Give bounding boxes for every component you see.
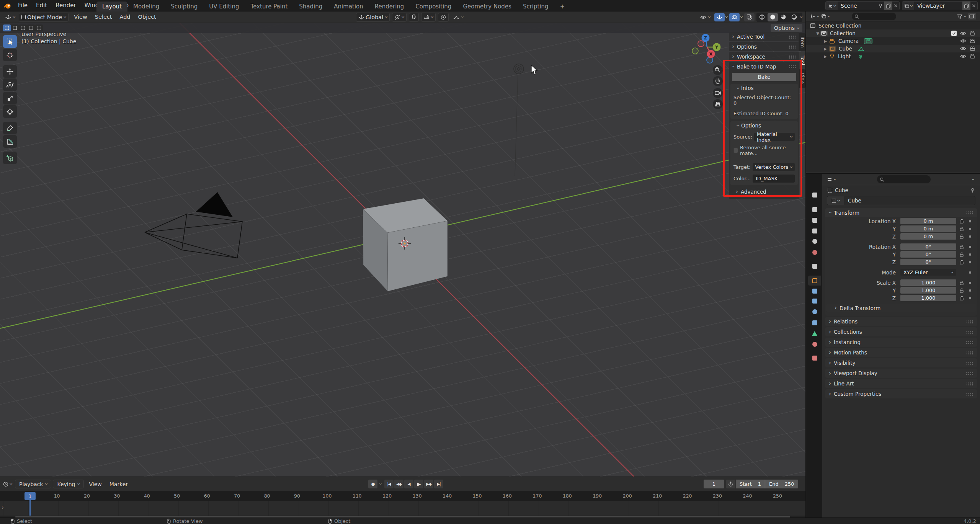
properties-tab-constraints[interactable] xyxy=(808,318,821,328)
auto-keying-record-button[interactable]: ● xyxy=(368,480,377,488)
panel-grip[interactable] xyxy=(966,351,973,354)
infos-header[interactable]: › Infos xyxy=(730,84,798,92)
sidebar-tab-view[interactable]: View xyxy=(799,69,805,88)
lock-icon[interactable] xyxy=(956,219,967,224)
close-icon[interactable] xyxy=(970,4,977,8)
object-id-dropdown[interactable]: › xyxy=(827,196,844,205)
properties-tab-modifiers[interactable] xyxy=(808,286,821,296)
menu-edit[interactable]: Edit xyxy=(32,0,51,11)
menu-file[interactable]: File xyxy=(14,0,32,11)
workspace-tab-texture-paint[interactable]: Texture Paint xyxy=(245,2,294,11)
outliner-row-scene-collection[interactable]: Scene Collection xyxy=(806,22,980,29)
new-collection-button[interactable] xyxy=(968,13,976,20)
panel-relations[interactable]: ›Relations xyxy=(825,317,977,326)
lock-icon[interactable] xyxy=(956,280,967,286)
hide-eye-icon[interactable] xyxy=(960,54,966,58)
lock-icon[interactable] xyxy=(956,234,967,239)
viewlayer-selector[interactable]: › ViewLayer xyxy=(902,1,978,10)
chevron-down-icon[interactable]: › xyxy=(724,16,729,18)
timeline-ruler[interactable]: 1020304050607080901001101201301401501601… xyxy=(0,491,805,501)
playback-menu[interactable]: Playback› xyxy=(15,480,51,488)
select-mode-invert[interactable] xyxy=(27,24,35,31)
panel-grip[interactable] xyxy=(966,341,973,344)
delta-transform-header[interactable]: › Delta Transform xyxy=(826,304,976,312)
play-reverse-button[interactable]: ◀ xyxy=(404,480,413,488)
object-name-field[interactable]: › Cube xyxy=(827,196,975,205)
workspace-tab-layout[interactable]: Layout xyxy=(96,2,127,11)
3d-viewport[interactable]: Z Y X › Object Mode › ViewSe xyxy=(0,11,805,477)
panel-collections[interactable]: ›Collections xyxy=(825,327,977,336)
value-field[interactable]: 0 m xyxy=(900,218,956,225)
properties-tab-particles[interactable] xyxy=(808,296,821,306)
disclosure-closed-icon[interactable]: ▶ xyxy=(823,47,828,51)
lock-icon[interactable] xyxy=(956,252,967,257)
outliner-row-light[interactable]: ▶ Light xyxy=(806,52,980,60)
panel-line-art[interactable]: ›Line Art xyxy=(825,379,977,388)
panel-grip[interactable] xyxy=(789,45,796,49)
options-header[interactable]: › Options xyxy=(730,121,798,130)
panel-grip[interactable] xyxy=(966,320,973,323)
chevron-down-icon[interactable]: › xyxy=(798,16,804,18)
keying-menu[interactable]: Keying› xyxy=(53,480,83,488)
value-field[interactable]: 0 m xyxy=(900,225,956,232)
gizmo-negative-y[interactable] xyxy=(692,48,698,54)
properties-tab-output[interactable] xyxy=(808,215,821,225)
navigation-gizmo[interactable]: Z Y X xyxy=(692,34,721,64)
pan-button[interactable] xyxy=(713,76,723,86)
falloff-dropdown[interactable]: › xyxy=(451,13,466,21)
properties-tab-material[interactable] xyxy=(808,339,821,349)
properties-search-input[interactable] xyxy=(877,175,931,183)
current-frame-field[interactable]: 1 xyxy=(704,480,724,488)
hide-eye-icon[interactable] xyxy=(960,47,966,51)
transform-panel-header[interactable]: › Transform xyxy=(825,208,977,217)
next-keyframe-button[interactable]: ▶◆ xyxy=(424,480,433,488)
blender-logo-icon[interactable] xyxy=(4,2,11,10)
workspace-tab-uv-editing[interactable]: UV Editing xyxy=(203,2,245,11)
outliner-row-collection[interactable]: ▼ Collection xyxy=(806,29,980,37)
workspace-tab-shading[interactable]: Shading xyxy=(293,2,328,11)
properties-tab-world[interactable] xyxy=(808,247,821,257)
menu-render[interactable]: Render xyxy=(51,0,80,11)
render-camera-icon[interactable] xyxy=(970,54,975,59)
panel-viewport-display[interactable]: ›Viewport Display xyxy=(825,369,977,378)
outliner-filter-dropdown[interactable]: › xyxy=(957,13,966,19)
hide-eye-icon[interactable] xyxy=(960,31,966,35)
target-dropdown[interactable]: Vertex Colors › xyxy=(753,163,795,171)
panel-grip[interactable] xyxy=(966,330,973,334)
jump-to-start-button[interactable]: |◀ xyxy=(384,480,394,488)
gizmo-negative-x[interactable] xyxy=(698,41,704,47)
snap-toggle[interactable] xyxy=(409,13,419,22)
source-dropdown[interactable]: Material Index › xyxy=(754,133,795,141)
breadcrumb-object-name[interactable]: Cube xyxy=(835,187,848,193)
animate-dot[interactable] xyxy=(967,261,973,263)
tool-measure[interactable] xyxy=(3,135,17,148)
panel-grip[interactable] xyxy=(789,55,796,59)
snap-settings-dropdown[interactable]: › xyxy=(421,13,436,22)
tool-select-box[interactable] xyxy=(3,35,17,48)
workspace-tab-scripting[interactable]: Scripting xyxy=(517,2,554,11)
use-preview-range-button[interactable] xyxy=(726,482,735,486)
cube-object[interactable] xyxy=(363,198,448,291)
properties-tab-tool[interactable] xyxy=(808,190,821,200)
workspace-tab-rendering[interactable]: Rendering xyxy=(369,2,410,11)
properties-tab-texture[interactable] xyxy=(808,353,821,363)
panel-grip[interactable] xyxy=(789,65,796,68)
value-field[interactable]: 0° xyxy=(900,243,956,250)
previous-keyframe-button[interactable]: ◀◆ xyxy=(394,480,403,488)
outliner-row-cube[interactable]: ▶ Cube xyxy=(806,45,980,52)
outliner-row-camera[interactable]: ▶ Camera xyxy=(806,37,980,45)
animate-dot[interactable] xyxy=(967,220,973,222)
bake-button[interactable]: Bake xyxy=(732,73,796,81)
end-frame-field[interactable]: End250 xyxy=(765,480,798,488)
properties-tab-physics[interactable] xyxy=(808,307,821,317)
panel-grip[interactable] xyxy=(966,382,973,385)
collection-label[interactable]: Collection xyxy=(830,30,856,36)
outliner-search-input[interactable] xyxy=(852,13,896,20)
tool-scale[interactable] xyxy=(3,92,17,104)
pin-icon[interactable] xyxy=(970,188,975,193)
select-mode-extend[interactable] xyxy=(11,24,19,31)
new-scene-button[interactable] xyxy=(884,2,892,10)
select-mode-intersect[interactable] xyxy=(35,24,43,31)
collection-checkbox[interactable] xyxy=(951,31,957,36)
shading-wireframe-button[interactable] xyxy=(757,13,767,21)
